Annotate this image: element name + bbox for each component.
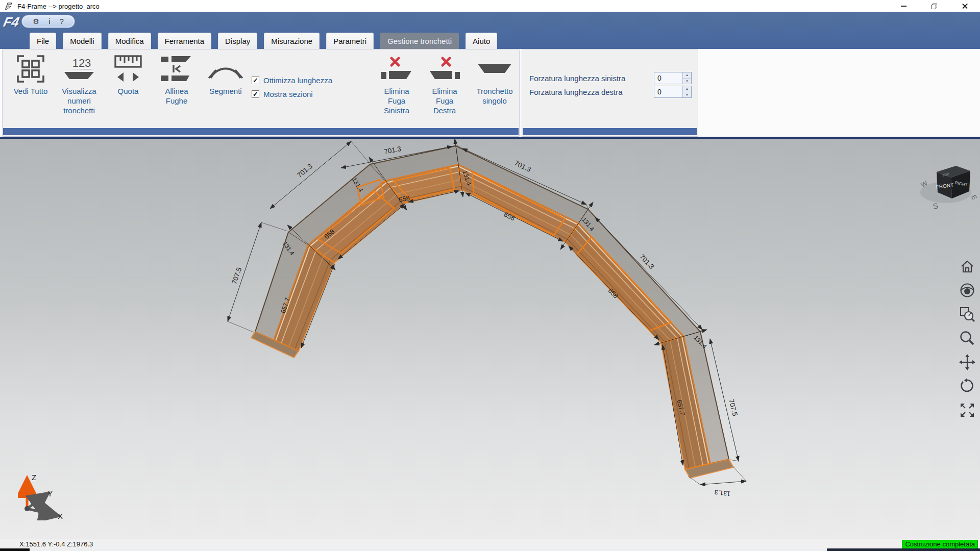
spin-up-icon[interactable]: ▲: [683, 86, 691, 92]
spin-up-icon[interactable]: ▲: [683, 72, 691, 79]
bottom-edge: [0, 548, 980, 551]
zoom-window-button[interactable]: [958, 305, 977, 324]
status-badge: Costruzione completata: [902, 540, 978, 549]
close-button[interactable]: [949, 0, 980, 12]
title-bar: F4-Frame --> progetto_arco: [0, 0, 980, 12]
rotate-icon: [959, 378, 975, 394]
spin-down-icon[interactable]: ▼: [683, 79, 691, 84]
zoom-button[interactable]: [958, 329, 977, 348]
single-log-icon: [477, 53, 512, 85]
forzatura-destra-spinner[interactable]: 0 ▲▼: [654, 86, 692, 98]
forzatura-destra-row: Forzatura lunghezza destra 0 ▲▼: [529, 86, 692, 98]
tronchetto-singolo-button[interactable]: Tronchetto singolo: [471, 53, 518, 106]
elimina-fuga-destra-button[interactable]: Elimina Fuga Destra: [423, 53, 467, 115]
vedi-tutto-button[interactable]: Vedi Tutto: [9, 53, 53, 96]
eye-icon: [959, 282, 975, 298]
allinea-fughe-button[interactable]: Allinea Fughe: [155, 53, 199, 106]
arch-model: 707.5701.3701.3701.3701.3707.5657.765865…: [0, 139, 980, 539]
delete-left-joint-icon: [380, 53, 413, 85]
fullscreen-button[interactable]: [958, 400, 977, 420]
tab-modifica[interactable]: Modifica: [108, 33, 151, 49]
restore-button[interactable]: [919, 0, 949, 12]
tab-file[interactable]: File: [30, 33, 56, 49]
elimina-fuga-sinistra-button[interactable]: Elimina Fuga Sinistra: [375, 53, 419, 115]
help-icon[interactable]: ?: [60, 16, 64, 27]
ribbon-body: Vedi Tutto 123 Visualizza numeri tronche…: [0, 49, 980, 139]
zoom-region-icon: [959, 306, 975, 322]
application-window: F4-Frame --> progetto_arco F4 ⚙ i ? File…: [0, 0, 980, 551]
dimension-label: 701.3: [513, 159, 532, 173]
compass-south-label[interactable]: S: [932, 201, 939, 211]
ribbon-group-forzatura: Forzatura lunghezza sinistra 0 ▲▼ Forzat…: [522, 49, 698, 137]
home-view-button[interactable]: [958, 257, 977, 277]
checkbox-icon[interactable]: ✓: [252, 77, 259, 84]
window-title: F4-Frame --> progetto_arco: [17, 3, 100, 10]
quick-access-toolbar: ⚙ i ?: [21, 15, 75, 28]
tab-misurazione[interactable]: Misurazione: [264, 33, 320, 49]
app-logo-icon: [4, 2, 13, 10]
visualizza-numeri-button[interactable]: 123 Visualizza numeri tronchetti: [56, 53, 102, 115]
spin-down-icon[interactable]: ▼: [683, 92, 691, 98]
forzatura-sinistra-value[interactable]: 0: [654, 72, 682, 84]
ribbon-tabs: File Modelli Modifica Ferramenta Display…: [30, 33, 497, 49]
zoom-fit-icon: [16, 53, 45, 85]
dimension-label: 701.3: [383, 145, 402, 156]
delete-right-joint-icon: [428, 53, 461, 85]
cursor-coordinates: X:1551.6 Y:-0.4 Z:1976.3: [19, 540, 93, 548]
status-bar: X:1551.6 Y:-0.4 Z:1976.3 Costruzione com…: [0, 539, 980, 548]
svg-text:123: 123: [72, 57, 91, 69]
checkbox-icon[interactable]: ✓: [252, 90, 259, 98]
ribbon-header: F4 ⚙ i ? File Modelli Modifica Ferrament…: [0, 12, 980, 49]
axis-triad: Z Y X: [18, 472, 74, 520]
numbers-123-icon: 123: [62, 53, 96, 85]
minimize-icon: [901, 6, 906, 7]
rotate-button[interactable]: [958, 377, 977, 396]
y-axis-label: Y: [47, 489, 53, 498]
viewport-3d[interactable]: 707.5701.3701.3701.3701.3707.5657.765865…: [0, 139, 980, 539]
home-icon: [960, 259, 975, 274]
x-axis-label: X: [58, 512, 63, 520]
magnifier-icon: [959, 330, 975, 346]
dimension-label: 131.3: [714, 488, 731, 497]
compass-east-label[interactable]: E: [970, 193, 977, 201]
z-axis-label: Z: [32, 473, 36, 482]
tab-ferramenta[interactable]: Ferramenta: [158, 33, 212, 49]
close-icon: [962, 3, 968, 9]
dimension-label: 707.5: [727, 398, 739, 417]
forzatura-destra-value[interactable]: 0: [654, 86, 682, 97]
info-icon[interactable]: i: [48, 16, 50, 27]
visibility-button[interactable]: [958, 281, 977, 300]
minimize-button[interactable]: [888, 0, 919, 12]
settings-gear-icon[interactable]: ⚙: [33, 16, 39, 27]
tab-display[interactable]: Display: [218, 33, 257, 49]
tab-gestione-tronchetti[interactable]: Gestione tronchetti: [380, 33, 459, 49]
arc-segments-icon: [207, 53, 244, 85]
arch-end-caps: [251, 332, 733, 478]
tab-aiuto[interactable]: Aiuto: [465, 33, 497, 49]
segmenti-button[interactable]: Segmenti: [204, 53, 248, 96]
pan-arrows-icon: [959, 354, 975, 370]
dimension-label: 701.3: [296, 162, 314, 179]
pan-button[interactable]: [958, 353, 977, 372]
tab-modelli[interactable]: Modelli: [63, 33, 102, 49]
group-accent-bar: [523, 128, 697, 135]
align-joints-icon: [160, 53, 193, 85]
view-cube[interactable]: TOP FRONT RIGHT W S E: [916, 161, 977, 212]
ottimizza-lunghezza-checkbox[interactable]: ✓ Ottimizza lunghezza: [252, 76, 332, 85]
quota-button[interactable]: Quota: [106, 53, 150, 96]
forzatura-sinistra-row: Forzatura lunghezza sinistra 0 ▲▼: [529, 72, 692, 84]
group-accent-bar: [3, 128, 519, 135]
expand-arrows-icon: [960, 403, 975, 418]
mostra-sezioni-checkbox[interactable]: ✓ Mostra sezioni: [252, 90, 313, 98]
ribbon-group-tronchetti: Vedi Tutto 123 Visualizza numeri tronche…: [2, 49, 520, 137]
ruler-dimension-icon: [113, 53, 143, 85]
forzatura-sinistra-spinner[interactable]: 0 ▲▼: [654, 72, 692, 84]
restore-icon: [932, 4, 937, 9]
tab-parametri[interactable]: Parametri: [326, 33, 374, 49]
